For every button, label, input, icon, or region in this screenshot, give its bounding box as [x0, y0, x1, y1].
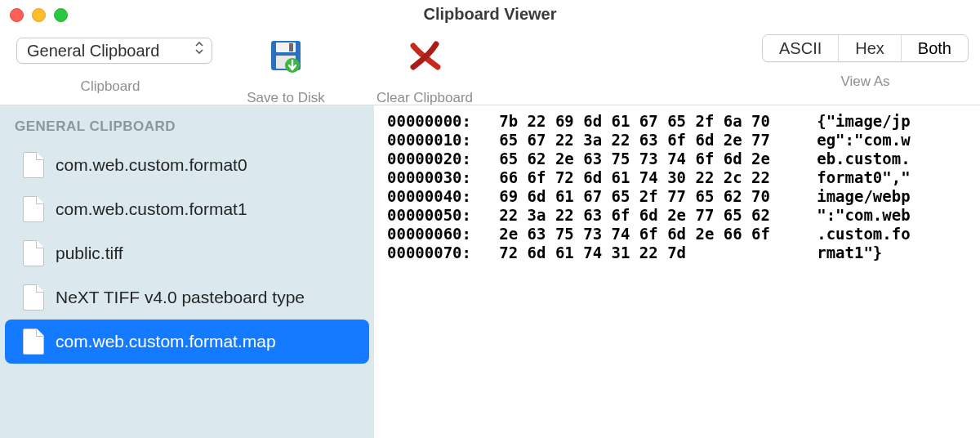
window-title: Clipboard Viewer	[0, 5, 980, 24]
clear-clipboard-button[interactable]	[407, 36, 443, 75]
sidebar-header: GENERAL CLIPBOARD	[0, 105, 374, 143]
titlebar: Clipboard Viewer	[0, 0, 980, 29]
view-as-label: View As	[840, 74, 889, 90]
file-icon	[23, 240, 44, 266]
sidebar-item[interactable]: com.web.custom.format0	[5, 143, 369, 187]
clipboard-dropdown-label: Clipboard	[81, 78, 140, 95]
file-icon	[23, 152, 44, 178]
sidebar: GENERAL CLIPBOARD com.web.custom.format0…	[0, 105, 374, 438]
hex-line: 00000000: 7b 22 69 6d 61 67 65 2f 6a 70 …	[387, 112, 967, 131]
hex-line: 00000070: 72 6d 61 74 31 22 7d rmat1"}	[387, 244, 967, 262]
view-mode-segmented-control: ASCII Hex Both	[762, 34, 969, 62]
segment-ascii[interactable]: ASCII	[763, 35, 839, 61]
sidebar-item[interactable]: com.web.custom.format1	[5, 187, 369, 231]
hex-line: 00000010: 65 67 22 3a 22 63 6f 6d 2e 77 …	[387, 131, 967, 150]
chevron-updown-icon	[195, 42, 203, 54]
sidebar-item[interactable]: public.tiff	[5, 231, 369, 275]
floppy-disk-icon	[268, 38, 304, 74]
save-label: Save to Disk	[247, 90, 324, 106]
file-icon	[23, 284, 44, 311]
save-to-disk-button[interactable]	[268, 36, 304, 75]
clear-label: Clear Clipboard	[376, 90, 473, 106]
svg-rect-2	[289, 43, 293, 51]
sidebar-item[interactable]: NeXT TIFF v4.0 pasteboard type	[5, 275, 369, 320]
segment-both[interactable]: Both	[902, 35, 968, 61]
clipboard-dropdown[interactable]: General Clipboard	[16, 38, 212, 64]
sidebar-item-label: NeXT TIFF v4.0 pasteboard type	[56, 288, 305, 307]
red-x-icon	[407, 38, 443, 74]
file-icon	[23, 196, 44, 222]
hex-line: 00000020: 65 62 2e 63 75 73 74 6f 6d 2e …	[387, 150, 967, 168]
clipboard-dropdown-value: General Clipboard	[27, 42, 159, 60]
file-icon	[23, 328, 44, 355]
hex-line: 00000060: 2e 63 75 73 74 6f 6d 2e 66 6f …	[387, 225, 967, 244]
sidebar-item[interactable]: com.web.custom.format.map	[5, 320, 369, 364]
hex-line: 00000040: 69 6d 61 67 65 2f 77 65 62 70 …	[387, 187, 967, 206]
hex-content: 00000000: 7b 22 69 6d 61 67 65 2f 6a 70 …	[374, 105, 980, 438]
sidebar-item-label: com.web.custom.format.map	[56, 332, 276, 351]
segment-hex[interactable]: Hex	[839, 35, 902, 61]
hex-line: 00000030: 66 6f 72 6d 61 74 30 22 2c 22 …	[387, 168, 967, 187]
sidebar-item-label: public.tiff	[56, 244, 123, 263]
sidebar-item-label: com.web.custom.format1	[56, 199, 247, 219]
hex-line: 00000050: 22 3a 22 63 6f 6d 2e 77 65 62 …	[387, 206, 967, 225]
sidebar-item-label: com.web.custom.format0	[56, 155, 247, 175]
toolbar: General Clipboard Clipboard Save	[0, 29, 980, 105]
